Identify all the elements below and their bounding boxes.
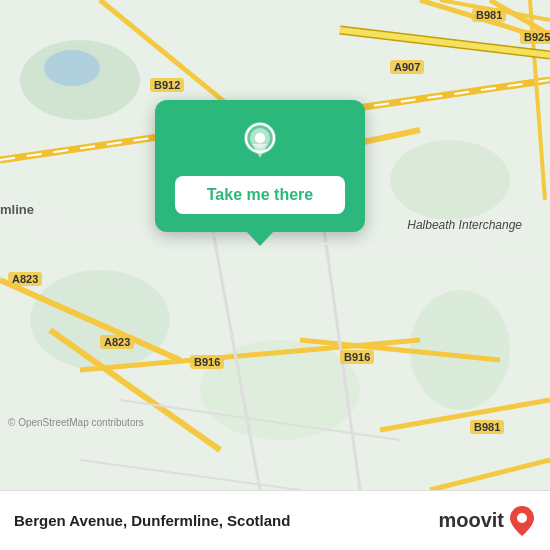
road-label-b981-bottom: B981 [470, 420, 504, 434]
bottom-address-section: Bergen Avenue, Dunfermline, Scotland [14, 512, 290, 529]
popup-card: Take me there [155, 100, 365, 232]
road-label-b912: B912 [150, 78, 184, 92]
svg-point-34 [517, 513, 527, 523]
moovit-logo: moovit [438, 504, 536, 538]
dunfermline-partial-label: mline [0, 202, 34, 217]
bottom-bar: Bergen Avenue, Dunfermline, Scotland moo… [0, 490, 550, 550]
moovit-brand-name: moovit [438, 509, 504, 532]
road-label-a823-bottom: A823 [100, 335, 134, 349]
road-label-b916-left: B916 [190, 355, 224, 369]
halbeath-interchange-label: Halbeath Interchange [407, 218, 522, 232]
road-label-a907-top: A907 [390, 60, 424, 74]
svg-point-33 [255, 133, 265, 143]
take-me-there-button[interactable]: Take me there [175, 176, 345, 214]
road-label-b916-right: B916 [340, 350, 374, 364]
moovit-pin-icon [508, 504, 536, 538]
map-container: B981 B925 A907 A907 B912 A823 A823 B916 … [0, 0, 550, 490]
address-text: Bergen Avenue, Dunfermline, Scotland [14, 512, 290, 529]
osm-credit: © OpenStreetMap contributors [8, 417, 144, 428]
svg-point-6 [44, 50, 100, 86]
svg-point-5 [390, 140, 510, 220]
road-label-a823-left: A823 [8, 272, 42, 286]
svg-point-3 [30, 270, 170, 370]
location-pin-icon [238, 120, 282, 164]
road-label-b981-top: B981 [472, 8, 506, 22]
road-label-b925: B925 [520, 30, 550, 44]
